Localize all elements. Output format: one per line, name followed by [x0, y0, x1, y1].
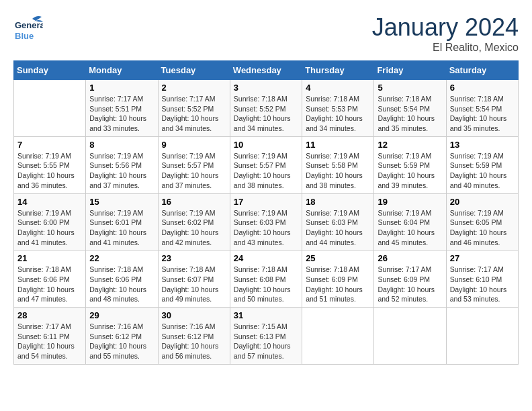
day-number: 29	[89, 310, 154, 320]
calendar-header: SundayMondayTuesdayWednesdayThursdayFrid…	[14, 61, 519, 80]
day-number: 11	[306, 140, 370, 150]
calendar-cell: 15Sunrise: 7:19 AM Sunset: 6:01 PM Dayli…	[86, 193, 158, 250]
day-number: 18	[306, 197, 370, 207]
day-info: Sunrise: 7:18 AM Sunset: 6:07 PM Dayligh…	[162, 265, 226, 304]
day-number: 31	[234, 310, 298, 320]
column-header-thursday: Thursday	[302, 61, 374, 80]
calendar-cell: 20Sunrise: 7:19 AM Sunset: 6:05 PM Dayli…	[446, 193, 518, 250]
day-number: 9	[162, 140, 226, 150]
day-number: 24	[234, 253, 298, 263]
calendar-table: SundayMondayTuesdayWednesdayThursdayFrid…	[13, 60, 519, 365]
calendar-cell: 10Sunrise: 7:19 AM Sunset: 5:57 PM Dayli…	[230, 136, 302, 193]
day-number: 30	[162, 310, 226, 320]
day-number: 28	[17, 310, 82, 320]
day-info: Sunrise: 7:18 AM Sunset: 6:06 PM Dayligh…	[89, 265, 154, 304]
week-row-1: 1Sunrise: 7:17 AM Sunset: 5:51 PM Daylig…	[14, 80, 519, 137]
calendar-cell: 7Sunrise: 7:19 AM Sunset: 5:55 PM Daylig…	[14, 136, 86, 193]
day-info: Sunrise: 7:19 AM Sunset: 6:03 PM Dayligh…	[234, 208, 298, 248]
week-row-5: 28Sunrise: 7:17 AM Sunset: 6:11 PM Dayli…	[14, 308, 519, 365]
main-title: January 2024	[372, 13, 519, 42]
calendar-cell: 2Sunrise: 7:17 AM Sunset: 5:52 PM Daylig…	[158, 80, 230, 137]
column-header-friday: Friday	[374, 61, 446, 80]
day-info: Sunrise: 7:19 AM Sunset: 6:03 PM Dayligh…	[306, 208, 370, 248]
day-number: 21	[17, 253, 82, 263]
day-number: 19	[378, 197, 442, 207]
calendar-cell: 27Sunrise: 7:17 AM Sunset: 6:10 PM Dayli…	[446, 250, 518, 308]
calendar-cell: 22Sunrise: 7:18 AM Sunset: 6:06 PM Dayli…	[86, 250, 158, 308]
day-number: 20	[450, 197, 515, 207]
column-header-wednesday: Wednesday	[230, 61, 302, 80]
day-info: Sunrise: 7:17 AM Sunset: 6:11 PM Dayligh…	[17, 322, 82, 361]
logo-icon: General Blue	[13, 13, 43, 43]
day-number: 15	[89, 197, 154, 207]
day-number: 22	[89, 253, 154, 263]
calendar-cell: 25Sunrise: 7:18 AM Sunset: 6:09 PM Dayli…	[302, 250, 374, 308]
day-number: 14	[17, 197, 82, 207]
calendar-cell: 18Sunrise: 7:19 AM Sunset: 6:03 PM Dayli…	[302, 193, 374, 250]
week-row-3: 14Sunrise: 7:19 AM Sunset: 6:00 PM Dayli…	[14, 193, 519, 250]
day-info: Sunrise: 7:16 AM Sunset: 6:12 PM Dayligh…	[89, 322, 154, 361]
calendar-cell	[302, 308, 374, 365]
calendar-cell: 1Sunrise: 7:17 AM Sunset: 5:51 PM Daylig…	[86, 80, 158, 137]
day-info: Sunrise: 7:18 AM Sunset: 5:53 PM Dayligh…	[306, 94, 370, 134]
calendar-cell: 29Sunrise: 7:16 AM Sunset: 6:12 PM Dayli…	[86, 308, 158, 365]
day-info: Sunrise: 7:19 AM Sunset: 5:55 PM Dayligh…	[17, 151, 82, 191]
day-info: Sunrise: 7:16 AM Sunset: 6:12 PM Dayligh…	[162, 322, 226, 361]
calendar-cell: 17Sunrise: 7:19 AM Sunset: 6:03 PM Dayli…	[230, 193, 302, 250]
day-number: 25	[306, 253, 370, 263]
header-row: SundayMondayTuesdayWednesdayThursdayFrid…	[14, 61, 519, 80]
day-info: Sunrise: 7:19 AM Sunset: 6:00 PM Dayligh…	[17, 208, 82, 248]
calendar-cell: 5Sunrise: 7:18 AM Sunset: 5:54 PM Daylig…	[374, 80, 446, 137]
calendar-cell: 14Sunrise: 7:19 AM Sunset: 6:00 PM Dayli…	[14, 193, 86, 250]
day-number: 1	[89, 83, 154, 93]
day-info: Sunrise: 7:19 AM Sunset: 5:58 PM Dayligh…	[306, 151, 370, 191]
day-info: Sunrise: 7:19 AM Sunset: 6:04 PM Dayligh…	[378, 208, 442, 248]
day-info: Sunrise: 7:18 AM Sunset: 5:52 PM Dayligh…	[234, 94, 298, 134]
column-header-tuesday: Tuesday	[158, 61, 230, 80]
calendar-cell: 24Sunrise: 7:18 AM Sunset: 6:08 PM Dayli…	[230, 250, 302, 308]
day-number: 3	[234, 83, 298, 93]
column-header-monday: Monday	[86, 61, 158, 80]
day-number: 16	[162, 197, 226, 207]
day-info: Sunrise: 7:19 AM Sunset: 6:01 PM Dayligh…	[89, 208, 154, 248]
day-number: 2	[162, 83, 226, 93]
day-info: Sunrise: 7:17 AM Sunset: 6:10 PM Dayligh…	[450, 265, 515, 304]
calendar-cell: 4Sunrise: 7:18 AM Sunset: 5:53 PM Daylig…	[302, 80, 374, 137]
column-header-sunday: Sunday	[14, 61, 86, 80]
day-info: Sunrise: 7:17 AM Sunset: 6:09 PM Dayligh…	[378, 265, 442, 304]
calendar-cell	[446, 308, 518, 365]
day-number: 6	[450, 83, 515, 93]
day-number: 17	[234, 197, 298, 207]
calendar-cell: 23Sunrise: 7:18 AM Sunset: 6:07 PM Dayli…	[158, 250, 230, 308]
day-number: 13	[450, 140, 515, 150]
day-info: Sunrise: 7:17 AM Sunset: 5:51 PM Dayligh…	[89, 94, 154, 134]
day-info: Sunrise: 7:19 AM Sunset: 5:57 PM Dayligh…	[162, 151, 226, 191]
day-info: Sunrise: 7:19 AM Sunset: 5:59 PM Dayligh…	[378, 151, 442, 191]
day-info: Sunrise: 7:18 AM Sunset: 6:09 PM Dayligh…	[306, 265, 370, 304]
calendar-cell	[374, 308, 446, 365]
calendar-body: 1Sunrise: 7:17 AM Sunset: 5:51 PM Daylig…	[14, 80, 519, 365]
day-number: 23	[162, 253, 226, 263]
day-info: Sunrise: 7:19 AM Sunset: 5:56 PM Dayligh…	[89, 151, 154, 191]
day-number: 8	[89, 140, 154, 150]
day-info: Sunrise: 7:19 AM Sunset: 5:57 PM Dayligh…	[234, 151, 298, 191]
calendar-cell: 3Sunrise: 7:18 AM Sunset: 5:52 PM Daylig…	[230, 80, 302, 137]
day-info: Sunrise: 7:19 AM Sunset: 5:59 PM Dayligh…	[450, 151, 515, 191]
day-number: 7	[17, 140, 82, 150]
svg-text:Blue: Blue	[15, 31, 34, 41]
week-row-4: 21Sunrise: 7:18 AM Sunset: 6:06 PM Dayli…	[14, 250, 519, 308]
day-info: Sunrise: 7:17 AM Sunset: 5:52 PM Dayligh…	[162, 94, 226, 134]
day-number: 10	[234, 140, 298, 150]
day-number: 26	[378, 253, 442, 263]
day-info: Sunrise: 7:18 AM Sunset: 6:06 PM Dayligh…	[17, 265, 82, 304]
calendar-cell: 12Sunrise: 7:19 AM Sunset: 5:59 PM Dayli…	[374, 136, 446, 193]
calendar-cell: 31Sunrise: 7:15 AM Sunset: 6:13 PM Dayli…	[230, 308, 302, 365]
calendar-cell: 30Sunrise: 7:16 AM Sunset: 6:12 PM Dayli…	[158, 308, 230, 365]
calendar-cell: 19Sunrise: 7:19 AM Sunset: 6:04 PM Dayli…	[374, 193, 446, 250]
day-info: Sunrise: 7:19 AM Sunset: 6:02 PM Dayligh…	[162, 208, 226, 248]
day-info: Sunrise: 7:19 AM Sunset: 6:05 PM Dayligh…	[450, 208, 515, 248]
calendar-cell	[14, 80, 86, 137]
calendar-cell: 9Sunrise: 7:19 AM Sunset: 5:57 PM Daylig…	[158, 136, 230, 193]
day-info: Sunrise: 7:18 AM Sunset: 6:08 PM Dayligh…	[234, 265, 298, 304]
page-header: General Blue January 2024 El Realito, Me…	[13, 13, 519, 54]
